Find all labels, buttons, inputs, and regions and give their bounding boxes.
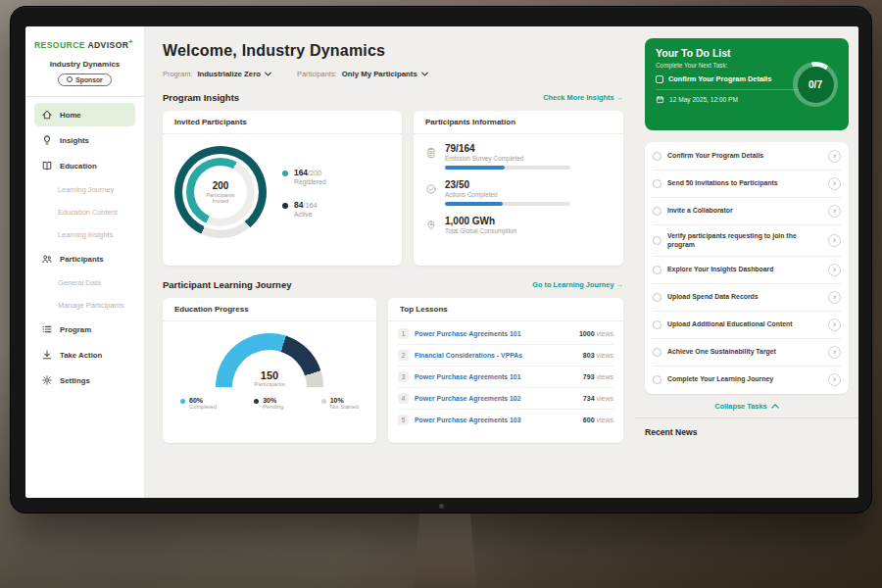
chevron-right-icon[interactable]: › — [828, 264, 841, 276]
page-title: Welcome, Industry Dynamics — [163, 42, 623, 60]
task-item[interactable]: Invite a Collaborator › — [653, 198, 841, 225]
chevron-right-icon[interactable]: › — [828, 177, 841, 190]
actions-completed-stat: 23/50 Actions Completed — [425, 179, 612, 206]
chevron-right-icon[interactable]: › — [828, 373, 841, 386]
progress-bar — [445, 202, 570, 206]
task-item[interactable]: Verify participants requesting to join t… — [653, 225, 841, 257]
sidebar-item-take-action[interactable]: Take Action — [34, 343, 135, 367]
chevron-right-icon[interactable]: › — [828, 150, 841, 163]
task-checkbox[interactable] — [653, 375, 662, 384]
sidebar-item-manage-participants[interactable]: Manage Participants — [34, 295, 135, 316]
sidebar-label: Learning Insights — [58, 230, 113, 239]
sidebar-item-program[interactable]: Program — [34, 318, 135, 341]
active-participants-ring: 200 Participants Invited — [186, 158, 255, 226]
task-item[interactable]: Send 50 Invitations to Participants › — [653, 171, 841, 198]
sidebar-label: Education Content — [58, 208, 118, 217]
lesson-rank: 1 — [398, 328, 409, 339]
lesson-link[interactable]: Power Purchase Agreements 101 — [415, 373, 577, 380]
task-item[interactable]: Upload Additional Educational Content › — [653, 312, 841, 339]
legend-registered: 164/200 Registered — [282, 168, 326, 185]
lesson-rank: 5 — [398, 415, 409, 425]
task-item[interactable]: Achieve One Sustainability Target › — [653, 339, 841, 367]
task-checkbox[interactable] — [653, 207, 662, 216]
legend-dot — [282, 171, 288, 176]
lesson-row[interactable]: 3 Power Purchase Agreements 101 793 view… — [398, 367, 613, 388]
dashboard-screen: RESOURCE ADVISOR+ Industry Dynamics Spon… — [25, 26, 858, 498]
main-content: Welcome, Industry Dynamics Program: Indu… — [145, 26, 635, 498]
participants-filter-label: Participants: — [297, 70, 337, 78]
legend-dot — [282, 203, 288, 209]
task-checkbox[interactable] — [653, 320, 662, 329]
task-item[interactable]: Complete Your Learning Journey › — [653, 367, 841, 393]
participants-select[interactable]: Only My Participants — [342, 70, 428, 78]
task-checkbox[interactable] — [653, 152, 662, 161]
sidebar-item-learning-journey[interactable]: Learning Journey — [34, 179, 135, 200]
lesson-link[interactable]: Power Purchase Agreements 101 — [415, 330, 573, 337]
sidebar-item-participants[interactable]: Participants — [34, 247, 135, 270]
invited-participants-body: 200 Participants Invited — [163, 134, 402, 250]
chevron-right-icon[interactable]: › — [828, 291, 841, 304]
lesson-link[interactable]: Financial Considerations - VPPAs — [415, 352, 577, 359]
invited-participants-donut: 200 Participants Invited — [174, 146, 267, 238]
education-progress-card: Education Progress 150 Participants — [163, 298, 376, 443]
chevron-right-icon[interactable]: › — [828, 234, 841, 247]
brand-advisor: ADVISOR — [87, 40, 128, 50]
program-select[interactable]: Industrialize Zero — [197, 70, 271, 78]
task-checkbox[interactable] — [653, 348, 662, 357]
card-title: Participants Information — [414, 111, 623, 134]
sponsor-label: Sponsor — [75, 76, 103, 83]
program-filter-label: Program: — [163, 70, 192, 78]
lesson-row[interactable]: 5 Power Purchase Agreements 103 600 view… — [398, 410, 613, 430]
desk-background: RESOURCE ADVISOR+ Industry Dynamics Spon… — [0, 0, 882, 588]
collapse-tasks-link[interactable]: Collapse Tasks — [645, 402, 849, 411]
arrow-right-icon: → — [616, 93, 623, 102]
sidebar-item-learning-insights[interactable]: Learning Insights — [34, 224, 135, 245]
sidebar-label: Participants — [60, 255, 104, 264]
sidebar-item-education[interactable]: Education — [34, 154, 135, 177]
global-consumption-stat: 1,000 GWh Total Global Consumption — [425, 216, 612, 234]
sidebar-item-settings[interactable]: Settings — [34, 368, 135, 392]
task-list: Confirm Your Program Details › Send 50 I… — [645, 142, 849, 394]
education-progress-gauge: 150 Participants — [216, 333, 323, 387]
task-item[interactable]: Upload Spend Data Records › — [653, 284, 841, 312]
program-insights-header: Program Insights Check More Insights → — [163, 92, 623, 103]
people-icon — [41, 253, 53, 265]
chevron-right-icon[interactable]: › — [828, 205, 841, 218]
list-icon — [41, 323, 53, 335]
legend-dot — [321, 399, 326, 404]
lesson-row[interactable]: 4 Power Purchase Agreements 102 734 view… — [398, 388, 613, 410]
program-filter: Program: Industrialize Zero — [163, 70, 271, 78]
lesson-row[interactable]: 2 Financial Considerations - VPPAs 803 v… — [398, 345, 613, 367]
right-panel: Your To Do List Complete Your Next Task:… — [635, 26, 858, 498]
recent-news-heading: Recent News — [645, 427, 849, 437]
check-more-insights-link[interactable]: Check More Insights → — [543, 93, 623, 102]
sidebar-item-education-content[interactable]: Education Content — [34, 202, 135, 222]
sponsor-badge[interactable]: Sponsor — [58, 74, 112, 86]
chevron-right-icon[interactable]: › — [828, 346, 841, 359]
emission-survey-stat: 79/164 Emission Survey Completed — [425, 143, 612, 170]
task-checkbox[interactable] — [653, 236, 662, 245]
checkbox-icon[interactable] — [656, 75, 663, 83]
task-item[interactable]: Explore Your Insights Dashboard › — [653, 257, 841, 284]
next-task[interactable]: Confirm Your Program Details — [656, 74, 798, 83]
sidebar-item-general-data[interactable]: General Data — [34, 272, 135, 293]
chevron-right-icon[interactable]: › — [828, 318, 841, 331]
lesson-row[interactable]: 1 Power Purchase Agreements 101 1000 vie… — [398, 323, 613, 345]
top-lessons-card: Top Lessons 1 Power Purchase Agreements … — [388, 298, 623, 443]
task-checkbox[interactable] — [653, 293, 662, 302]
task-checkbox[interactable] — [653, 266, 662, 274]
todo-progress-ring: 0/7 — [793, 62, 838, 107]
sidebar-label: Home — [60, 111, 81, 120]
sidebar-divider — [25, 96, 144, 97]
task-checkbox[interactable] — [653, 179, 662, 188]
arrow-right-icon: → — [616, 280, 623, 289]
lesson-link[interactable]: Power Purchase Agreements 103 — [415, 416, 577, 423]
sidebar-item-insights[interactable]: Insights — [34, 128, 135, 152]
go-to-learning-journey-link[interactable]: Go to Learning Journey → — [532, 280, 623, 289]
lesson-link[interactable]: Power Purchase Agreements 102 — [415, 395, 577, 402]
sidebar-item-home[interactable]: Home — [34, 103, 135, 126]
filters-bar: Program: Industrialize Zero Participants… — [163, 70, 623, 78]
program-insights-cards: Invited Participants 200 Participants In… — [163, 111, 623, 266]
task-item[interactable]: Confirm Your Program Details › — [653, 143, 841, 171]
lesson-rank: 2 — [398, 350, 409, 361]
